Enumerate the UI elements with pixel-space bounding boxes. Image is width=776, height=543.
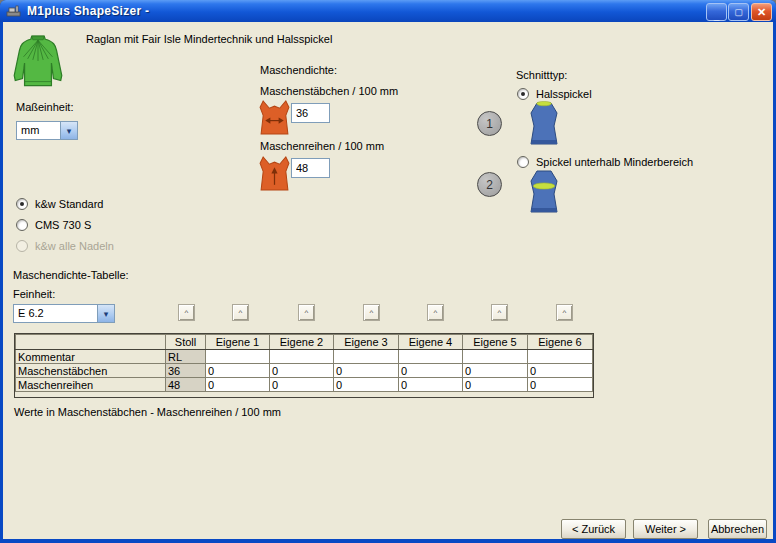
- cut-type-title: Schnitttyp:: [516, 69, 567, 81]
- col-header-eigene4: Eigene 4: [399, 335, 463, 350]
- halsspickel-garment-icon: [524, 101, 564, 147]
- apply-column-button-eigene4[interactable]: ^: [427, 304, 444, 321]
- stoll-cell: 36: [166, 364, 206, 378]
- table-header-row: Stoll Eigene 1 Eigene 2 Eigene 3 Eigene …: [16, 335, 593, 350]
- col-header-stoll: Stoll: [166, 335, 206, 350]
- chevron-down-icon[interactable]: ▾: [97, 305, 114, 322]
- radio-halsspickel[interactable]: Halsspickel: [517, 88, 592, 100]
- table-cell[interactable]: [334, 350, 399, 364]
- radio-kw-standard[interactable]: k&w Standard: [16, 198, 103, 210]
- gauge-label: Feinheit:: [13, 288, 55, 300]
- wales-label: Maschenstäbchen / 100 mm: [260, 85, 398, 97]
- next-button[interactable]: Weiter >: [633, 519, 698, 539]
- title-bar[interactable]: M1plus ShapeSizer - _ ▢ ✕: [0, 0, 776, 22]
- apply-column-button-eigene5[interactable]: ^: [491, 304, 508, 321]
- col-header-eigene5: Eigene 5: [463, 335, 528, 350]
- radio-cms-730s[interactable]: CMS 730 S: [16, 219, 91, 231]
- radio-icon: [16, 240, 28, 252]
- col-header-eigene2: Eigene 2: [270, 335, 334, 350]
- radio-icon[interactable]: [16, 219, 28, 231]
- apply-column-button-eigene2[interactable]: ^: [298, 304, 315, 321]
- apply-column-button-eigene1[interactable]: ^: [232, 304, 249, 321]
- radio-spickel-unterhalb[interactable]: Spickel unterhalb Minderbereich: [517, 156, 693, 168]
- table-cell[interactable]: 0: [528, 364, 593, 378]
- stoll-cell: 48: [166, 378, 206, 392]
- radio-label: k&w Standard: [35, 198, 103, 210]
- table-cell[interactable]: 0: [334, 378, 399, 392]
- spickel-unterhalb-garment-icon: [524, 169, 564, 215]
- table-cell[interactable]: [399, 350, 463, 364]
- unit-select-value: mm: [17, 122, 60, 139]
- wales-direction-icon: [258, 100, 291, 135]
- col-header-eigene1: Eigene 1: [206, 335, 270, 350]
- density-table-title: Maschendichte-Tabelle:: [13, 269, 129, 281]
- radio-kw-alle-nadeln: k&w alle Nadeln: [16, 240, 114, 252]
- table-cell[interactable]: 0: [270, 364, 334, 378]
- table-cell[interactable]: 0: [270, 378, 334, 392]
- row-label: Kommentar: [16, 350, 166, 364]
- row-label: Maschenstäbchen: [16, 364, 166, 378]
- table-cell[interactable]: 0: [463, 378, 528, 392]
- row-label: Maschenreihen: [16, 378, 166, 392]
- unit-select[interactable]: mm ▾: [16, 121, 78, 140]
- radio-label: CMS 730 S: [35, 219, 91, 231]
- unit-label: Maßeinheit:: [16, 101, 73, 113]
- stoll-cell: RL: [166, 350, 206, 364]
- table-row: Maschenstäbchen 36 0 0 0 0 0 0: [16, 364, 593, 378]
- step-badge-1: 1: [477, 111, 502, 136]
- gauge-select[interactable]: E 6.2 ▾: [13, 304, 115, 323]
- table-footer-strip: [15, 392, 593, 397]
- table-row: Maschenreihen 48 0 0 0 0 0 0: [16, 378, 593, 392]
- table-cell[interactable]: 0: [206, 364, 270, 378]
- shapesizer-dialog: M1plus ShapeSizer - _ ▢ ✕ Raglan mit Fai…: [0, 0, 776, 543]
- apply-column-button-stoll[interactable]: ^: [178, 304, 195, 321]
- chevron-down-icon[interactable]: ▾: [60, 122, 77, 139]
- col-header-eigene6: Eigene 6: [528, 335, 593, 350]
- radio-icon[interactable]: [16, 198, 28, 210]
- density-table: Stoll Eigene 1 Eigene 2 Eigene 3 Eigene …: [14, 333, 594, 398]
- radio-label: Spickel unterhalb Minderbereich: [536, 156, 693, 168]
- minimize-button[interactable]: _: [706, 3, 727, 21]
- table-row: Kommentar RL: [16, 350, 593, 364]
- stitch-density-title: Maschendichte:: [260, 64, 337, 76]
- step-badge-2: 2: [477, 172, 502, 197]
- apply-column-button-eigene6[interactable]: ^: [556, 304, 573, 321]
- shape-description: Raglan mit Fair Isle Mindertechnik und H…: [86, 33, 332, 45]
- table-cell[interactable]: [270, 350, 334, 364]
- table-cell[interactable]: 0: [206, 378, 270, 392]
- radio-label: Halsspickel: [536, 88, 592, 100]
- courses-input[interactable]: [291, 158, 330, 178]
- table-footnote: Werte in Maschenstäbchen - Maschenreihen…: [14, 406, 281, 418]
- table-cell[interactable]: [528, 350, 593, 364]
- table-cell[interactable]: [463, 350, 528, 364]
- courses-direction-icon: [258, 156, 291, 191]
- table-cell[interactable]: 0: [334, 364, 399, 378]
- radio-icon[interactable]: [517, 156, 529, 168]
- col-header: [16, 335, 166, 350]
- table-cell[interactable]: 0: [399, 364, 463, 378]
- table-cell[interactable]: 0: [399, 378, 463, 392]
- close-button[interactable]: ✕: [751, 3, 772, 21]
- apply-column-button-eigene3[interactable]: ^: [363, 304, 380, 321]
- app-icon: [6, 3, 22, 19]
- radio-icon[interactable]: [517, 88, 529, 100]
- col-header-eigene3: Eigene 3: [334, 335, 399, 350]
- cancel-button[interactable]: Abbrechen: [708, 519, 767, 539]
- table-cell[interactable]: 0: [528, 378, 593, 392]
- table-cell[interactable]: [206, 350, 270, 364]
- window-title: M1plus ShapeSizer -: [27, 4, 149, 18]
- table-cell[interactable]: 0: [463, 364, 528, 378]
- gauge-select-value: E 6.2: [14, 305, 97, 322]
- raglan-sweater-icon: [9, 32, 67, 94]
- maximize-button[interactable]: ▢: [728, 3, 749, 21]
- back-button[interactable]: < Zurück: [561, 519, 626, 539]
- courses-label: Maschenreihen / 100 mm: [260, 140, 384, 152]
- wales-input[interactable]: [291, 103, 330, 123]
- radio-label: k&w alle Nadeln: [35, 240, 114, 252]
